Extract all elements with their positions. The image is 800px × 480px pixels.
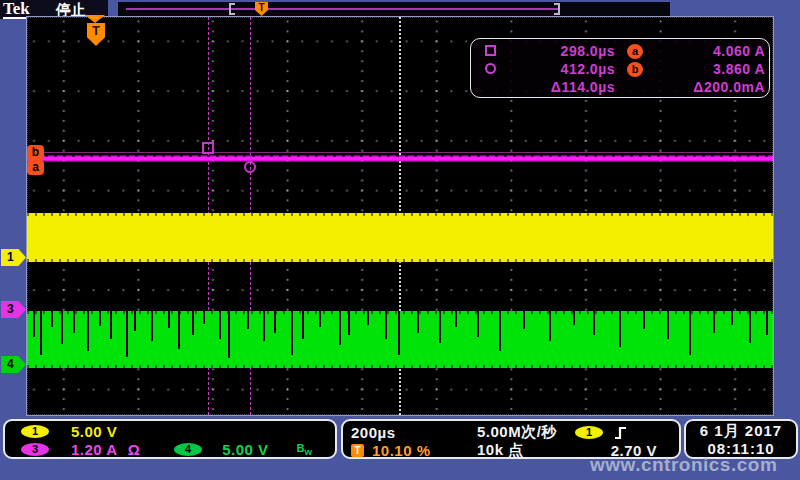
trigger-source-badge[interactable]: 1 — [575, 426, 603, 439]
cursor-a-time: 298.0µs — [511, 43, 615, 59]
ch4-dropout-spike — [339, 311, 341, 345]
watermark: www.cntronics.com — [590, 454, 777, 476]
ch4-dropout-spike — [348, 311, 350, 335]
record-view-bar: T — [118, 2, 670, 16]
ch4-dropout-spike — [247, 311, 249, 329]
ch4-dropout-spike — [302, 311, 304, 339]
ch4-dropout-spike — [385, 311, 387, 339]
cursor-a-level-badge: a — [27, 160, 44, 175]
ch4-dropout-spike — [549, 311, 551, 341]
channel-scale-box: 1 5.00 V 3 1.20 A Ω 4 5.00 V BW — [3, 419, 337, 459]
ch1-badge[interactable]: 1 — [21, 425, 49, 438]
ch3-zero-marker[interactable]: 3 — [1, 301, 26, 318]
ch3-current-trace — [27, 155, 773, 162]
ch4-zero-marker[interactable]: 4 — [1, 356, 26, 373]
square-cursor-icon — [485, 45, 496, 56]
ch4-dropout-spike — [33, 311, 35, 337]
ch4-dropout-spike — [417, 311, 419, 333]
record-waveform-line — [126, 8, 560, 10]
ch4-dropout-spike — [40, 311, 42, 355]
cursor-readout-row-b: 412.0µs b 3.860 A — [485, 60, 759, 78]
ch3-coupling: Ω — [128, 441, 141, 458]
date-label: 6 1月 2017 — [690, 422, 792, 440]
cursor-readout-panel: 298.0µs a 4.060 A 412.0µs b 3.860 A Δ114… — [470, 38, 770, 98]
ch3-trace-envelope — [27, 152, 773, 153]
cursor-b-level-badge: b — [27, 145, 44, 160]
window-bracket-left — [229, 3, 235, 15]
ch3-scale: 1.20 A — [71, 441, 118, 458]
ch1-zero-marker[interactable]: 1 — [1, 249, 26, 266]
ch4-dropout-spike — [87, 311, 89, 351]
ch4-dropout-spike — [168, 311, 170, 328]
cursor-b-circle-marker-icon — [244, 161, 256, 173]
graticule: T b a 298.0µs a 4.060 A 412.0µs b 3.860 … — [27, 17, 773, 415]
ch4-dropout-spike — [455, 311, 457, 327]
trigger-position: 10.10 % — [372, 442, 431, 459]
cursor-delta-value: Δ200.0mA — [651, 79, 765, 95]
ch4-dropout-spike — [134, 311, 136, 331]
cursor-a-badge: a — [627, 44, 643, 59]
trigger-flag-record-icon: T — [255, 2, 268, 16]
ch1-scale-row: 1 5.00 V — [13, 423, 327, 440]
ch4-dropout-spike — [643, 311, 645, 329]
horizontal-trigger-box: 200µs 5.00M次/秒 1 T 10.10 % 10k 点 2.70 V — [341, 419, 681, 459]
ch4-waveform-band — [27, 311, 773, 368]
ch4-dropout-spike — [499, 311, 501, 351]
ch4-dropout-spike — [319, 311, 321, 327]
sample-rate: 5.00M次/秒 — [477, 423, 575, 442]
ch4-dropout-spike — [766, 311, 768, 335]
ch4-dropout-spike — [477, 311, 479, 337]
ch4-badge[interactable]: 4 — [174, 443, 202, 456]
circle-cursor-icon — [485, 63, 496, 74]
ch4-scale: 5.00 V — [222, 441, 268, 458]
trigger-position-icon: T — [351, 444, 364, 457]
ch4-dropout-spike — [151, 311, 153, 341]
cursor-b-value: 3.860 A — [651, 61, 765, 77]
cursor-readout-row-a: 298.0µs a 4.060 A — [485, 42, 759, 60]
ch4-dropout-spike — [619, 311, 621, 347]
ch4-dropout-spike — [398, 311, 400, 355]
ch4-dropout-spike — [51, 311, 53, 327]
bandwidth-limit-icon: BW — [297, 442, 313, 457]
ch4-dropout-spike — [263, 311, 265, 341]
window-bracket-right — [554, 3, 560, 15]
ch4-dropout-spike — [731, 311, 733, 325]
ch4-dropout-spike — [689, 311, 691, 355]
ch4-dropout-spike — [192, 311, 194, 335]
cursor-a-square-marker-icon — [202, 142, 214, 154]
ch4-dropout-spike — [73, 311, 75, 333]
ch1-waveform-band — [27, 213, 773, 262]
cursor-b-time: 412.0µs — [511, 61, 615, 77]
ch4-dropout-spike — [367, 311, 369, 325]
ch4-dropout-spike — [178, 311, 180, 349]
record-length: 10k 点 — [477, 441, 575, 460]
timebase: 200µs — [351, 424, 477, 441]
ch4-dropout-spike — [99, 311, 101, 326]
ch4-dropout-spike — [274, 311, 276, 333]
cursor-delta-time: Δ114.0µs — [511, 79, 615, 95]
datetime-box: 6 1月 2017 08:11:10 — [684, 419, 798, 459]
ch3-ch4-scale-row: 3 1.20 A Ω 4 5.00 V BW — [13, 441, 327, 458]
cursor-b-badge: b — [627, 62, 643, 77]
trigger-position-flag-icon[interactable]: T — [87, 23, 105, 46]
ch4-dropout-spike — [203, 311, 205, 324]
cursor-a-value: 4.060 A — [651, 43, 765, 59]
ch4-dropout-spike — [667, 311, 669, 339]
ch4-dropout-spike — [713, 311, 715, 333]
ch4-dropout-spike — [749, 311, 751, 343]
ch4-dropout-spike — [110, 311, 112, 339]
trigger-slope-icon — [613, 425, 628, 441]
ch4-dropout-spike — [228, 311, 230, 358]
oscilloscope-screen: Tek 停止 T T b a 298.0µs a 4.060 — [0, 0, 800, 480]
ch4-dropout-spike — [593, 311, 595, 335]
timebase-row: 200µs 5.00M次/秒 1 — [351, 423, 671, 440]
trigger-position-triangle-icon[interactable] — [85, 15, 105, 23]
ch4-dropout-spike — [219, 311, 221, 339]
ch4-dropout-spike — [126, 311, 128, 357]
ch4-dropout-spike — [439, 311, 441, 343]
ch4-dropout-spike — [61, 311, 63, 344]
ch4-dropout-spike — [523, 311, 525, 329]
ch1-scale: 5.00 V — [71, 423, 117, 440]
ch4-dropout-spike — [291, 311, 293, 355]
ch3-badge[interactable]: 3 — [21, 443, 49, 456]
